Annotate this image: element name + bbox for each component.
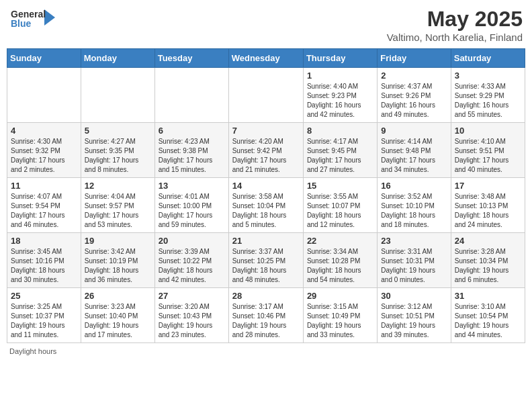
day-cell xyxy=(81,68,154,123)
day-number: 2 xyxy=(381,71,447,81)
col-header-wednesday: Wednesday xyxy=(228,49,303,68)
day-info: Sunrise: 3:55 AM Sunset: 10:07 PM Daylig… xyxy=(307,192,373,230)
week-row-2: 4Sunrise: 4:30 AM Sunset: 9:32 PM Daylig… xyxy=(7,123,525,178)
day-info: Sunrise: 3:23 AM Sunset: 10:40 PM Daylig… xyxy=(85,302,151,340)
day-cell: 5Sunrise: 4:27 AM Sunset: 9:35 PM Daylig… xyxy=(81,123,154,178)
day-info: Sunrise: 3:31 AM Sunset: 10:31 PM Daylig… xyxy=(381,247,447,285)
day-cell: 25Sunrise: 3:25 AM Sunset: 10:37 PM Dayl… xyxy=(7,288,81,343)
day-info: Sunrise: 4:27 AM Sunset: 9:35 PM Dayligh… xyxy=(85,137,151,175)
footer-note: Daylight hours xyxy=(7,347,525,355)
day-cell: 12Sunrise: 4:04 AM Sunset: 9:57 PM Dayli… xyxy=(81,178,154,233)
day-cell: 22Sunrise: 3:34 AM Sunset: 10:28 PM Dayl… xyxy=(303,233,377,288)
day-number: 8 xyxy=(307,126,373,136)
day-cell: 14Sunrise: 3:58 AM Sunset: 10:04 PM Dayl… xyxy=(228,178,303,233)
day-number: 6 xyxy=(159,126,225,136)
location-title: Valtimo, North Karelia, Finland xyxy=(387,32,523,43)
day-number: 21 xyxy=(232,236,300,246)
day-cell: 31Sunrise: 3:10 AM Sunset: 10:54 PM Dayl… xyxy=(451,288,525,343)
day-cell: 20Sunrise: 3:39 AM Sunset: 10:22 PM Dayl… xyxy=(154,233,228,288)
day-number: 13 xyxy=(159,181,225,191)
day-info: Sunrise: 3:25 AM Sunset: 10:37 PM Daylig… xyxy=(11,302,77,340)
day-cell: 15Sunrise: 3:55 AM Sunset: 10:07 PM Dayl… xyxy=(303,178,377,233)
day-info: Sunrise: 4:07 AM Sunset: 9:54 PM Dayligh… xyxy=(11,192,77,230)
day-number: 7 xyxy=(232,126,300,136)
day-cell: 8Sunrise: 4:17 AM Sunset: 9:45 PM Daylig… xyxy=(303,123,377,178)
day-info: Sunrise: 3:20 AM Sunset: 10:43 PM Daylig… xyxy=(159,302,225,340)
day-cell: 24Sunrise: 3:28 AM Sunset: 10:34 PM Dayl… xyxy=(451,233,525,288)
logo-svg: GeneralBlue xyxy=(9,7,56,31)
day-number: 16 xyxy=(381,181,447,191)
col-header-friday: Friday xyxy=(378,49,451,68)
day-number: 25 xyxy=(11,291,77,301)
day-info: Sunrise: 3:34 AM Sunset: 10:28 PM Daylig… xyxy=(307,247,373,285)
day-number: 23 xyxy=(381,236,447,246)
day-number: 15 xyxy=(307,181,373,191)
day-info: Sunrise: 3:39 AM Sunset: 10:22 PM Daylig… xyxy=(159,247,225,285)
calendar-table: SundayMondayTuesdayWednesdayThursdayFrid… xyxy=(7,48,525,343)
day-cell: 30Sunrise: 3:12 AM Sunset: 10:51 PM Dayl… xyxy=(378,288,451,343)
day-info: Sunrise: 3:37 AM Sunset: 10:25 PM Daylig… xyxy=(232,247,300,285)
day-number: 30 xyxy=(381,291,447,301)
day-cell: 29Sunrise: 3:15 AM Sunset: 10:49 PM Dayl… xyxy=(303,288,377,343)
day-number: 31 xyxy=(455,291,521,301)
day-number: 12 xyxy=(85,181,151,191)
day-number: 29 xyxy=(307,291,373,301)
day-cell: 13Sunrise: 4:01 AM Sunset: 10:00 PM Dayl… xyxy=(154,178,228,233)
day-info: Sunrise: 4:37 AM Sunset: 9:26 PM Dayligh… xyxy=(381,82,447,120)
day-cell: 19Sunrise: 3:42 AM Sunset: 10:19 PM Dayl… xyxy=(81,233,154,288)
day-info: Sunrise: 4:40 AM Sunset: 9:23 PM Dayligh… xyxy=(307,82,373,120)
day-info: Sunrise: 4:10 AM Sunset: 9:51 PM Dayligh… xyxy=(455,137,521,175)
col-header-tuesday: Tuesday xyxy=(154,49,228,68)
week-row-4: 18Sunrise: 3:45 AM Sunset: 10:16 PM Dayl… xyxy=(7,233,525,288)
day-info: Sunrise: 3:15 AM Sunset: 10:49 PM Daylig… xyxy=(307,302,373,340)
day-number: 3 xyxy=(455,71,521,81)
day-number: 22 xyxy=(307,236,373,246)
day-cell xyxy=(154,68,228,123)
day-cell: 18Sunrise: 3:45 AM Sunset: 10:16 PM Dayl… xyxy=(7,233,81,288)
svg-text:Blue: Blue xyxy=(11,18,32,29)
day-info: Sunrise: 3:58 AM Sunset: 10:04 PM Daylig… xyxy=(232,192,300,230)
week-row-1: 1Sunrise: 4:40 AM Sunset: 9:23 PM Daylig… xyxy=(7,68,525,123)
day-cell: 10Sunrise: 4:10 AM Sunset: 9:51 PM Dayli… xyxy=(451,123,525,178)
day-number: 18 xyxy=(11,236,77,246)
logo: GeneralBlue xyxy=(9,7,56,31)
day-number: 5 xyxy=(85,126,151,136)
day-cell: 2Sunrise: 4:37 AM Sunset: 9:26 PM Daylig… xyxy=(378,68,451,123)
day-info: Sunrise: 3:28 AM Sunset: 10:34 PM Daylig… xyxy=(455,247,521,285)
day-info: Sunrise: 3:10 AM Sunset: 10:54 PM Daylig… xyxy=(455,302,521,340)
col-header-thursday: Thursday xyxy=(303,49,377,68)
col-header-monday: Monday xyxy=(81,49,154,68)
day-cell: 26Sunrise: 3:23 AM Sunset: 10:40 PM Dayl… xyxy=(81,288,154,343)
day-info: Sunrise: 4:14 AM Sunset: 9:48 PM Dayligh… xyxy=(381,137,447,175)
title-area: May 2025 Valtimo, North Karelia, Finland xyxy=(387,7,523,43)
day-cell: 3Sunrise: 4:33 AM Sunset: 9:29 PM Daylig… xyxy=(451,68,525,123)
day-number: 26 xyxy=(85,291,151,301)
week-row-5: 25Sunrise: 3:25 AM Sunset: 10:37 PM Dayl… xyxy=(7,288,525,343)
day-number: 17 xyxy=(455,181,521,191)
day-number: 19 xyxy=(85,236,151,246)
day-number: 24 xyxy=(455,236,521,246)
day-cell: 17Sunrise: 3:48 AM Sunset: 10:13 PM Dayl… xyxy=(451,178,525,233)
day-cell: 27Sunrise: 3:20 AM Sunset: 10:43 PM Dayl… xyxy=(154,288,228,343)
day-cell: 7Sunrise: 4:20 AM Sunset: 9:42 PM Daylig… xyxy=(228,123,303,178)
day-cell xyxy=(228,68,303,123)
day-number: 9 xyxy=(381,126,447,136)
day-cell: 1Sunrise: 4:40 AM Sunset: 9:23 PM Daylig… xyxy=(303,68,377,123)
day-info: Sunrise: 4:33 AM Sunset: 9:29 PM Dayligh… xyxy=(455,82,521,120)
day-info: Sunrise: 4:17 AM Sunset: 9:45 PM Dayligh… xyxy=(307,137,373,175)
day-cell: 11Sunrise: 4:07 AM Sunset: 9:54 PM Dayli… xyxy=(7,178,81,233)
day-number: 4 xyxy=(11,126,77,136)
day-cell: 4Sunrise: 4:30 AM Sunset: 9:32 PM Daylig… xyxy=(7,123,81,178)
day-cell: 16Sunrise: 3:52 AM Sunset: 10:10 PM Dayl… xyxy=(378,178,451,233)
day-number: 1 xyxy=(307,71,373,81)
day-info: Sunrise: 4:30 AM Sunset: 9:32 PM Dayligh… xyxy=(11,137,77,175)
day-info: Sunrise: 3:45 AM Sunset: 10:16 PM Daylig… xyxy=(11,247,77,285)
day-cell: 6Sunrise: 4:23 AM Sunset: 9:38 PM Daylig… xyxy=(154,123,228,178)
day-info: Sunrise: 4:04 AM Sunset: 9:57 PM Dayligh… xyxy=(85,192,151,230)
svg-marker-0 xyxy=(44,9,55,26)
day-number: 14 xyxy=(232,181,300,191)
day-cell xyxy=(7,68,81,123)
day-info: Sunrise: 3:42 AM Sunset: 10:19 PM Daylig… xyxy=(85,247,151,285)
calendar-header-row: SundayMondayTuesdayWednesdayThursdayFrid… xyxy=(7,49,525,68)
day-info: Sunrise: 3:52 AM Sunset: 10:10 PM Daylig… xyxy=(381,192,447,230)
